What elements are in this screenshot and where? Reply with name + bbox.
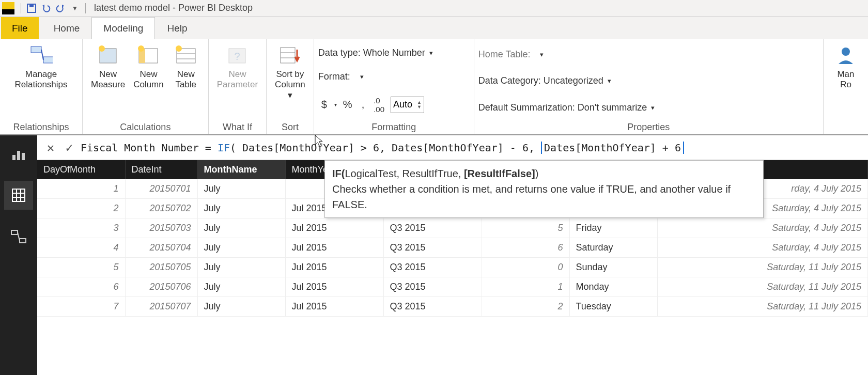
- group-properties: Home Table: ▾ Data Category: Uncategoriz…: [474, 39, 824, 134]
- cell[interactable]: Sunday: [569, 258, 657, 277]
- chevron-down-icon: ▾: [540, 51, 544, 58]
- table-row[interactable]: 320150703JulyJul 2015Q3 20155FridaySatur…: [37, 218, 868, 238]
- cell[interactable]: 1: [37, 179, 125, 199]
- col-header-dayofmonth[interactable]: DayOfMonth: [37, 160, 125, 179]
- percent-button[interactable]: %: [340, 98, 355, 112]
- cell[interactable]: 20150706: [125, 277, 197, 297]
- commit-formula-button[interactable]: ✓: [60, 138, 79, 157]
- svg-point-13: [176, 45, 182, 52]
- home-table-dropdown[interactable]: Home Table: ▾: [478, 48, 816, 61]
- cell[interactable]: 20150703: [125, 218, 197, 238]
- cell[interactable]: 20150704: [125, 238, 197, 258]
- tab-file[interactable]: File: [1, 17, 39, 39]
- cell[interactable]: Q3 2015: [383, 218, 482, 238]
- currency-button[interactable]: $: [318, 98, 330, 112]
- cell[interactable]: July: [197, 297, 285, 317]
- cell[interactable]: 20150705: [125, 258, 197, 277]
- cell[interactable]: 5: [482, 218, 569, 238]
- table-row[interactable]: 520150705JulyJul 2015Q3 20150SundaySatur…: [37, 258, 868, 277]
- cell[interactable]: Tuesday: [569, 297, 657, 317]
- new-measure-button[interactable]: New Measure: [87, 41, 129, 92]
- cell[interactable]: Jul 2015: [285, 258, 383, 277]
- tab-modeling[interactable]: Modeling: [91, 17, 155, 39]
- formula-text[interactable]: Fiscal Month Number = IF( Dates[MonthOfY…: [79, 142, 864, 154]
- cell[interactable]: 2: [482, 297, 569, 317]
- customize-qat-icon[interactable]: ▼: [69, 2, 81, 14]
- parameter-icon: ?: [226, 43, 249, 66]
- sort-by-column-button[interactable]: Sort by Column▾: [271, 41, 309, 103]
- cell[interactable]: 6: [482, 238, 569, 258]
- new-column-button[interactable]: New Column: [129, 41, 168, 92]
- data-category-dropdown[interactable]: Data Category: Uncategorized▾: [478, 74, 816, 87]
- decimal-places-stepper[interactable]: ▲▼: [391, 97, 424, 113]
- cell[interactable]: July: [197, 199, 285, 218]
- table-icon: [175, 43, 197, 66]
- col-header-dateint[interactable]: DateInt: [125, 160, 197, 179]
- cell[interactable]: Monday: [569, 277, 657, 297]
- cell[interactable]: Q3 2015: [383, 277, 482, 297]
- quick-access-toolbar: ▼ latest demo model - Power BI Desktop: [0, 0, 868, 17]
- cell[interactable]: 3: [37, 218, 125, 238]
- table-row[interactable]: 420150704JulyJul 2015Q3 20156SaturdaySat…: [37, 238, 868, 258]
- cell[interactable]: 20150701: [125, 179, 197, 199]
- cell[interactable]: July: [197, 258, 285, 277]
- cell[interactable]: Friday: [569, 218, 657, 238]
- cell[interactable]: 1: [482, 277, 569, 297]
- data-view-button[interactable]: [4, 181, 33, 210]
- group-calculations-label: Calculations: [87, 121, 204, 133]
- decimal-icon[interactable]: .0.00: [370, 95, 388, 115]
- formula-bar[interactable]: ✕ ✓ Fiscal Month Number = IF( Dates[Mont…: [37, 135, 868, 160]
- cell[interactable]: 20150707: [125, 297, 197, 317]
- cell[interactable]: Saturday, 11 July 2015: [657, 258, 868, 277]
- svg-point-9: [138, 45, 144, 52]
- cell[interactable]: July: [197, 238, 285, 258]
- tab-home[interactable]: Home: [42, 17, 92, 39]
- cell[interactable]: 6: [37, 277, 125, 297]
- default-summarization-dropdown[interactable]: Default Summarization: Don't summarize▾: [478, 101, 816, 114]
- cell[interactable]: July: [197, 218, 285, 238]
- model-view-button[interactable]: [4, 222, 33, 251]
- cell[interactable]: Saturday, 4 July 2015: [657, 218, 868, 238]
- tab-help[interactable]: Help: [155, 17, 199, 39]
- data-type-dropdown[interactable]: Data type: Whole Number▾: [318, 46, 470, 59]
- cell[interactable]: Saturday, 4 July 2015: [657, 238, 868, 258]
- manage-roles-button[interactable]: Man Ro: [828, 41, 864, 92]
- table-row[interactable]: 620150706JulyJul 2015Q3 20151MondaySatur…: [37, 277, 868, 297]
- new-table-button[interactable]: New Table: [168, 41, 204, 92]
- cancel-formula-button[interactable]: ✕: [41, 138, 60, 157]
- table-row[interactable]: 720150707JulyJul 2015Q3 20152TuesdaySatu…: [37, 297, 868, 317]
- save-icon[interactable]: [25, 2, 38, 14]
- decimal-places-input[interactable]: [391, 99, 415, 110]
- cell[interactable]: 20150702: [125, 199, 197, 218]
- manage-relationships-button[interactable]: Manage Relationships: [10, 41, 71, 92]
- cell[interactable]: 2: [37, 199, 125, 218]
- cell[interactable]: Saturday: [569, 238, 657, 258]
- cell[interactable]: Q3 2015: [383, 238, 482, 258]
- svg-rect-20: [12, 155, 16, 160]
- format-dropdown[interactable]: Format: ▾: [318, 70, 470, 83]
- svg-rect-16: [281, 48, 295, 63]
- undo-icon[interactable]: [40, 2, 52, 14]
- cell[interactable]: Q3 2015: [383, 258, 482, 277]
- cell[interactable]: Jul 2015: [285, 218, 383, 238]
- cell[interactable]: 4: [37, 238, 125, 258]
- cell[interactable]: Jul 2015: [285, 238, 383, 258]
- svg-rect-21: [17, 151, 20, 160]
- cell[interactable]: Q3 2015: [383, 297, 482, 317]
- comma-button[interactable]: ,: [359, 98, 368, 112]
- cell[interactable]: Jul 2015: [285, 277, 383, 297]
- cell[interactable]: Saturday, 11 July 2015: [657, 297, 868, 317]
- cell[interactable]: 7: [37, 297, 125, 317]
- cell[interactable]: July: [197, 277, 285, 297]
- cell[interactable]: 5: [37, 258, 125, 277]
- col-header-monthname[interactable]: MonthName: [197, 160, 285, 179]
- cell[interactable]: Jul 2015: [285, 297, 383, 317]
- redo-icon[interactable]: [54, 2, 67, 14]
- cell[interactable]: July: [197, 179, 285, 199]
- tooltip-signature: IF(LogicalTest, ResultIfTrue, [ResultIfF…: [332, 166, 756, 181]
- report-view-button[interactable]: [4, 139, 33, 168]
- cell[interactable]: Saturday, 11 July 2015: [657, 277, 868, 297]
- spinner-arrows-icon[interactable]: ▲▼: [415, 100, 424, 110]
- cell[interactable]: 0: [482, 258, 569, 277]
- app-logo-icon: [2, 2, 14, 14]
